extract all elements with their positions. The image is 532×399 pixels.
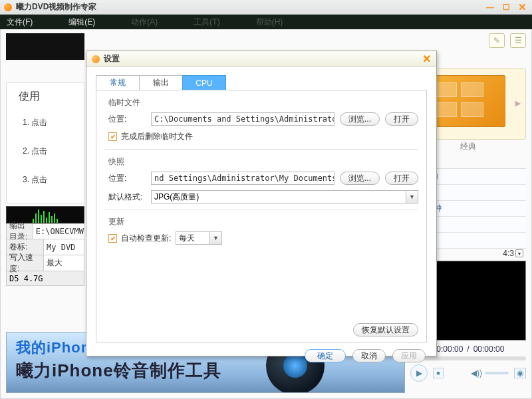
- wizard-step: 1. 点击: [23, 117, 84, 128]
- group-snapshot-header: 快照: [108, 156, 418, 168]
- maximize-button[interactable]: ☐: [500, 3, 512, 12]
- chevron-down-icon: ▼: [209, 232, 221, 244]
- app-logo-icon: [4, 3, 12, 11]
- temp-loc-label: 位置:: [108, 114, 146, 125]
- chevron-down-icon[interactable]: ▾: [515, 249, 523, 257]
- snapshot-button[interactable]: ◉: [514, 368, 526, 378]
- update-interval-select[interactable]: 每天▼: [176, 231, 222, 245]
- volume-field[interactable]: My DVD: [44, 239, 84, 255]
- menu-action[interactable]: 动作(A): [131, 17, 158, 28]
- delete-temp-label: 完成后删除临时文件: [121, 131, 193, 142]
- disc-capacity[interactable]: D5 4.7G: [6, 271, 84, 286]
- snap-open-button[interactable]: 打开: [385, 172, 418, 185]
- snap-browse-button[interactable]: 浏览...: [340, 172, 380, 185]
- restore-defaults-button[interactable]: 恢复默认设置: [353, 323, 418, 336]
- output-dir-field[interactable]: E:\ONECVMW: [33, 224, 84, 239]
- wizard-step: 3. 点击: [23, 174, 84, 186]
- wizard-panel: 使用 1. 点击 2. 点击 3. 点击: [6, 82, 84, 203]
- menu-help[interactable]: 帮助(H): [256, 17, 283, 28]
- menu-file[interactable]: 文件(F): [7, 17, 33, 28]
- chevron-down-icon: ▼: [406, 191, 418, 203]
- menu-edit[interactable]: 编辑(E): [68, 17, 95, 28]
- snap-loc-input[interactable]: nd Settings\Administrator\My Documents\M…: [151, 172, 334, 185]
- snap-fmt-select[interactable]: JPG(高质量)▼: [151, 190, 418, 203]
- close-button[interactable]: ✕: [516, 3, 528, 12]
- preview-strip: [6, 33, 84, 60]
- menu-bar: 文件(F) 编辑(E) 动作(A) 工具(T) 帮助(H): [0, 15, 532, 29]
- tab-cpu[interactable]: CPU: [182, 75, 226, 90]
- window-title: 曦力DVD视频制作专家: [16, 1, 96, 13]
- tab-output[interactable]: 输出: [139, 75, 183, 90]
- temp-loc-input[interactable]: C:\Documents and Settings\Administrator\…: [151, 112, 334, 126]
- volume-slider[interactable]: [485, 372, 509, 374]
- ok-button[interactable]: 确定: [305, 349, 346, 362]
- wizard-step: 2. 点击: [23, 146, 84, 157]
- banner-line2: 曦力iPhone铃音制作工具: [16, 359, 395, 382]
- menu-tool[interactable]: 工具(T): [194, 17, 219, 28]
- title-bar: 曦力DVD视频制作专家 — ☐ ✕: [0, 0, 532, 15]
- tab-general[interactable]: 常规: [96, 75, 140, 90]
- aspect-ratio[interactable]: 4:3▾: [503, 249, 523, 258]
- temp-browse-button[interactable]: 浏览...: [340, 112, 380, 126]
- volume-icon[interactable]: ◀)): [471, 368, 482, 378]
- snap-fmt-label: 默认格式:: [108, 192, 146, 203]
- settings-dialog: 设置 ✕ 常规 输出 CPU 临时文件 位置: C:\Documents and…: [86, 51, 437, 356]
- stop-button[interactable]: ■: [433, 368, 444, 378]
- delete-temp-checkbox[interactable]: ✔: [108, 132, 117, 141]
- write-speed-label: 写入速度:: [7, 255, 44, 271]
- minimize-button[interactable]: —: [484, 3, 496, 12]
- auto-update-label: 自动检查更新:: [121, 233, 171, 244]
- template-preview[interactable]: [427, 75, 505, 127]
- play-button[interactable]: ▶: [410, 364, 428, 382]
- snap-loc-label: 位置:: [108, 173, 146, 184]
- next-template-button[interactable]: ►: [513, 96, 523, 110]
- time-total: 00:00:00: [473, 344, 505, 354]
- output-dir-label: 输出目录:: [7, 224, 33, 239]
- group-temp-header: 临时文件: [108, 97, 418, 108]
- list-icon[interactable]: ☰: [510, 33, 526, 48]
- dialog-close-button[interactable]: ✕: [422, 53, 431, 65]
- edit-icon[interactable]: ✎: [489, 33, 505, 48]
- group-update-header: 更新: [108, 216, 418, 227]
- apply-button[interactable]: 应用: [392, 349, 426, 362]
- dialog-title: 设置: [104, 53, 120, 65]
- auto-update-checkbox[interactable]: ✔: [108, 234, 117, 243]
- seek-bar[interactable]: [410, 356, 526, 360]
- temp-open-button[interactable]: 打开: [385, 112, 418, 126]
- wizard-header: 使用: [19, 90, 84, 104]
- cancel-button[interactable]: 取消: [352, 349, 386, 362]
- write-speed-field[interactable]: 最大: [44, 255, 84, 271]
- gear-icon: [92, 55, 100, 63]
